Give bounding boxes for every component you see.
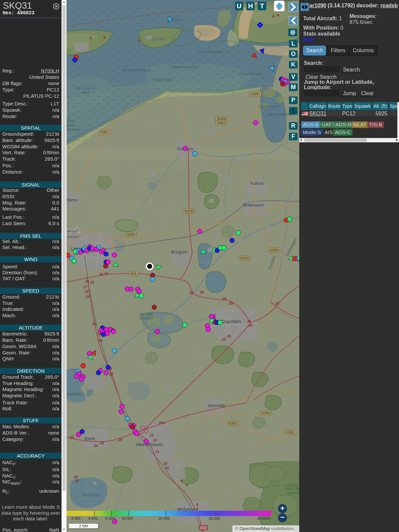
svg-text:Gorredijk: Gorredijk xyxy=(208,403,225,408)
svg-text:N358: N358 xyxy=(217,117,226,121)
svg-text:N31: N31 xyxy=(130,272,137,276)
svg-text:31: 31 xyxy=(275,301,279,305)
svg-text:N358: N358 xyxy=(270,248,279,252)
svg-text:29: 29 xyxy=(226,334,231,338)
svg-text:Eilanderbult: Eilanderbult xyxy=(239,71,263,76)
svg-text:29: 29 xyxy=(221,337,226,341)
svg-text:ryslân: ryslân xyxy=(66,123,76,127)
svg-text:10: 10 xyxy=(165,466,169,470)
svg-text:Heerenveen: Heerenveen xyxy=(136,442,163,447)
svg-text:Friese Wo: Friese Wo xyxy=(284,487,299,491)
svg-text:30: 30 xyxy=(248,323,253,327)
svg-text:A32: A32 xyxy=(200,526,207,530)
svg-text:abasis: abasis xyxy=(67,229,78,233)
svg-text:28: 28 xyxy=(200,290,204,294)
svg-text:N356: N356 xyxy=(185,209,193,213)
svg-text:ergebied: ergebied xyxy=(66,392,82,396)
svg-text:15: 15 xyxy=(92,322,96,326)
svg-text:26a: 26a xyxy=(159,421,165,425)
svg-text:Burgum: Burgum xyxy=(171,249,187,255)
svg-text:plaat: plaat xyxy=(81,90,90,94)
svg-text:Wierumerwad: Wierumerwad xyxy=(171,65,198,69)
svg-text:16: 16 xyxy=(85,295,90,299)
svg-text:25: 25 xyxy=(118,438,123,442)
svg-text:Stiens: Stiens xyxy=(66,198,77,202)
svg-text:N351: N351 xyxy=(286,430,295,434)
svg-text:Heideveld: Heideveld xyxy=(153,77,171,82)
svg-text:N369: N369 xyxy=(240,256,249,260)
svg-text:9: 9 xyxy=(181,479,183,483)
svg-text:24: 24 xyxy=(99,441,104,445)
svg-text:19: 19 xyxy=(75,479,79,483)
svg-text:23: 23 xyxy=(69,436,74,440)
svg-text:Joure: Joure xyxy=(83,436,95,441)
svg-text:19: 19 xyxy=(74,475,78,479)
svg-text:N355: N355 xyxy=(127,232,135,236)
svg-text:Drents-: Drents- xyxy=(287,483,298,487)
svg-text:26: 26 xyxy=(99,272,103,276)
svg-text:10: 10 xyxy=(163,462,168,466)
svg-text:13: 13 xyxy=(109,372,113,376)
svg-text:N392: N392 xyxy=(228,421,237,425)
svg-text:29: 29 xyxy=(229,301,233,305)
svg-text:8: 8 xyxy=(196,503,199,507)
svg-text:Piet Scheve: Piet Scheve xyxy=(76,86,96,90)
svg-text:Drachten: Drachten xyxy=(221,319,241,324)
svg-text:Feanen: Feanen xyxy=(140,316,154,321)
svg-text:24: 24 xyxy=(93,444,98,448)
svg-text:N361: N361 xyxy=(217,121,226,125)
svg-text:28: 28 xyxy=(189,291,194,295)
svg-text:12: 12 xyxy=(153,438,157,442)
svg-text:25: 25 xyxy=(85,279,89,283)
svg-text:11: 11 xyxy=(155,450,159,454)
svg-text:9: 9 xyxy=(186,483,188,487)
svg-text:Buitenpost: Buitenpost xyxy=(243,202,264,207)
svg-text:17: 17 xyxy=(83,285,87,289)
svg-text:Amelanderwad: Amelanderwad xyxy=(122,67,151,72)
svg-text:26: 26 xyxy=(104,272,108,276)
svg-text:N380: N380 xyxy=(261,411,270,415)
svg-text:Lauwersmeer: Lauwersmeer xyxy=(258,104,281,108)
svg-text:14: 14 xyxy=(98,338,102,342)
svg-text:12: 12 xyxy=(150,433,154,437)
svg-text:Engelsmanplaat: Engelsmanplaat xyxy=(197,50,223,54)
svg-text:ûtendyks: ûtendyks xyxy=(66,127,81,131)
svg-text:eggelder: eggelder xyxy=(287,491,299,495)
svg-text:warden: warden xyxy=(67,235,79,239)
svg-text:16: 16 xyxy=(84,290,89,294)
svg-text:De Hôn: De Hôn xyxy=(152,37,166,42)
svg-text:N361: N361 xyxy=(251,92,260,96)
svg-text:29: 29 xyxy=(222,297,226,301)
svg-text:Tsjûkemar: Tsjûkemar xyxy=(82,493,100,497)
svg-text:Kollum: Kollum xyxy=(250,181,264,186)
svg-text:N357: N357 xyxy=(101,130,109,134)
svg-text:25: 25 xyxy=(90,280,94,284)
svg-text:oard-: oard- xyxy=(67,119,76,123)
